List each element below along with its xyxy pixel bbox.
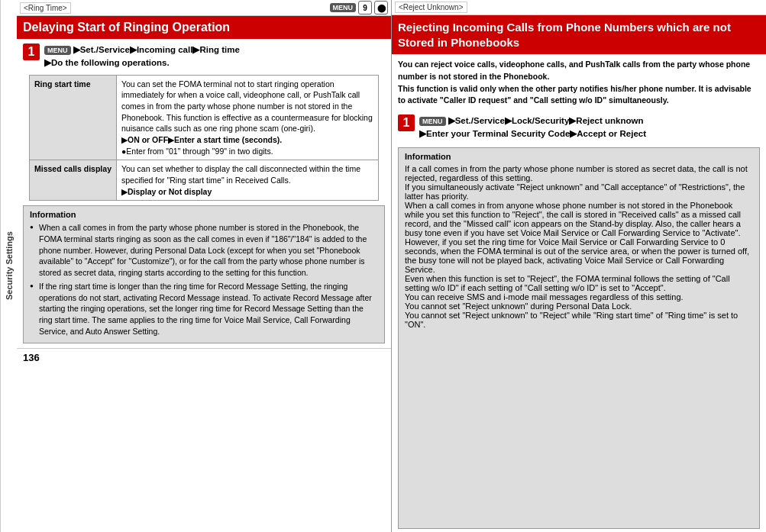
right-intro-line2: This function is valid only when the oth…: [398, 84, 751, 105]
left-header-row: <Ring Time> MENU 9 ⬤: [17, 0, 391, 16]
info-table: Ring start time You can set the FOMA ter…: [29, 75, 379, 202]
list-item: You can receive SMS and i-mode mail mess…: [405, 292, 753, 301]
right-step-number-1: 1: [398, 114, 415, 131]
camera-icon: ⬤: [374, 1, 388, 15]
table-cell-label-2: Missed calls display: [30, 160, 117, 201]
list-item: When a call comes in from anyone whose p…: [405, 201, 753, 274]
left-step1: 1 MENU ▶Set./Service▶Incoming call▶Ring …: [17, 39, 391, 75]
right-info-box: Information If a call comes in from the …: [398, 147, 760, 530]
left-info-box-title: Information: [30, 210, 378, 219]
table-row: Ring start time You can set the FOMA ter…: [30, 75, 379, 160]
menu-icon-step: MENU: [44, 46, 71, 55]
list-item: If you simultaneously activate "Reject u…: [405, 182, 753, 201]
list-item: Even when this function is set to "Rejec…: [405, 274, 753, 292]
sidebar-label: Security Settings: [0, 0, 17, 532]
right-tag-row: <Reject Unknown>: [392, 0, 766, 15]
step1-text: MENU ▶Set./Service▶Incoming call▶Ring ti…: [44, 44, 240, 70]
right-step1: 1 MENU ▶Set./Service▶Lock/Security▶Rejec…: [392, 111, 766, 144]
right-intro: You can reject voice calls, videophone c…: [392, 54, 766, 111]
right-info-list: If a call comes in from the party whose …: [405, 164, 753, 329]
list-item: When a call comes in from the party whos…: [30, 222, 378, 278]
table-cell-content-2: You can set whether to display the call …: [116, 160, 378, 201]
left-section-header: Delaying Start of Ringing Operation: [17, 16, 391, 39]
menu-icon-top: MENU: [330, 3, 357, 12]
right-section-header: Rejecting Incoming Calls from Phone Numb…: [392, 15, 766, 54]
list-item: If the ring start time is longer than th…: [30, 281, 378, 337]
number-icon: 9: [358, 1, 372, 15]
right-info-box-title: Information: [405, 152, 753, 161]
table-cell-content-1: You can set the FOMA terminal not to sta…: [116, 75, 378, 160]
left-section-tag: <Ring Time>: [20, 2, 71, 14]
right-intro-line1: You can reject voice calls, videophone c…: [398, 60, 750, 81]
list-item: You cannot set "Reject unknown" to "Reje…: [405, 311, 753, 329]
list-item: You cannot set "Reject unknown" during P…: [405, 301, 753, 311]
list-item: If a call comes in from the party whose …: [405, 164, 753, 182]
page-number: 136: [17, 348, 391, 366]
left-panel: <Ring Time> MENU 9 ⬤ Delaying Start of R…: [17, 0, 392, 532]
left-info-box: Information When a call comes in from th…: [23, 205, 385, 343]
info-table-wrapper: Ring start time You can set the FOMA ter…: [17, 75, 391, 202]
left-info-list: When a call comes in from the party whos…: [30, 222, 378, 337]
right-menu-icon-step: MENU: [419, 117, 446, 126]
table-row: Missed calls display You can set whether…: [30, 160, 379, 201]
right-panel: <Reject Unknown> Rejecting Incoming Call…: [392, 0, 766, 532]
right-section-tag: <Reject Unknown>: [395, 2, 467, 13]
step-number-1: 1: [23, 44, 40, 60]
right-step1-text: MENU ▶Set./Service▶Lock/Security▶Reject …: [419, 114, 646, 141]
table-cell-label-1: Ring start time: [30, 75, 117, 160]
